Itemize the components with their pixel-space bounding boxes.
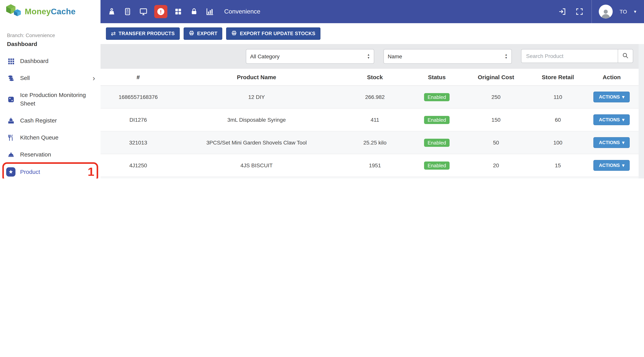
- chevron-down-icon[interactable]: ▾: [634, 9, 636, 14]
- column-header-action: Action: [585, 69, 638, 86]
- caret-down-icon: ▾: [622, 94, 624, 100]
- chevron-right-icon: ›: [92, 74, 95, 82]
- product-status-cell: Enabled: [413, 86, 461, 108]
- product-table-body: 1686557168376 12 DIY 266.982 Enabled 250…: [100, 86, 638, 178]
- status-badge: Enabled: [424, 116, 449, 124]
- sidebar-item-label: Reservation: [20, 150, 51, 159]
- navbar-module-icons: !: [107, 5, 215, 18]
- sidebar-item-label: Product: [20, 168, 40, 176]
- actions-button[interactable]: ACTIONS▾: [594, 137, 630, 148]
- brand-name: MoneyCache: [25, 7, 76, 16]
- sort-by-select[interactable]: Name ▲▼: [384, 49, 512, 64]
- annotation-number-1: 1: [88, 165, 94, 178]
- sidebar-item-kitchen-queue[interactable]: Kitchen Queue: [0, 129, 100, 146]
- actions-button[interactable]: ACTIONS▾: [594, 160, 630, 171]
- product-name: 3PCS/Set Mini Garden Shovels Claw Tool: [176, 131, 337, 154]
- column-header-stock: Stock: [337, 69, 413, 86]
- monitor-icon[interactable]: [138, 6, 148, 17]
- sidebar-item-ice-production[interactable]: Ice Production Monitoring Sheet: [0, 86, 100, 112]
- product-table: # Product Name Stock Status Original Cos…: [100, 69, 638, 178]
- product-store-retail: 15: [531, 154, 585, 177]
- actions-button-label: ACTIONS: [599, 140, 620, 145]
- export-stocks-label: EXPORT FOR UPDATE STOCKS: [240, 31, 316, 36]
- brand-logo[interactable]: MoneyCache: [0, 0, 100, 23]
- actions-button-label: ACTIONS: [599, 163, 620, 168]
- search-icon: [622, 52, 629, 60]
- branch-label: Branch: Convenience: [7, 32, 94, 38]
- sidebar-section-title: Dashboard: [7, 40, 94, 47]
- printer-icon: [189, 30, 194, 37]
- product-status-cell: Enabled: [413, 108, 461, 131]
- actions-button[interactable]: ACTIONS▾: [594, 114, 630, 125]
- category-select[interactable]: All Category ▲▼: [246, 49, 374, 64]
- top-navbar: ! Convenience: [100, 0, 644, 23]
- table-row: DI1276 3mL Disposable Syringe 411 Enable…: [100, 108, 638, 131]
- product-name: 12 DIY: [176, 86, 337, 108]
- select-arrows-icon: ▲▼: [367, 53, 370, 59]
- product-code: 321013: [100, 131, 176, 154]
- sign-in-icon[interactable]: [558, 6, 568, 17]
- navbar-divider: [592, 0, 592, 23]
- product-status-cell: Enabled: [413, 131, 461, 154]
- utensils-icon: [6, 134, 16, 141]
- sidebar-item-label: Kitchen Queue: [20, 133, 58, 142]
- actions-button[interactable]: ACTIONS▾: [594, 92, 630, 102]
- exclamation-icon: !: [157, 8, 164, 15]
- sidebar-item-sell[interactable]: Sell ›: [0, 69, 100, 86]
- product-stock: 411: [337, 108, 413, 131]
- product-store-retail: 60: [531, 108, 585, 131]
- sidebar-menu: Dashboard Sell › Ice Production Monitori…: [0, 52, 100, 178]
- product-action-cell: ACTIONS▾: [585, 154, 638, 177]
- transfer-products-button[interactable]: ⇄ TRANSFER PRODUCTS: [106, 27, 180, 40]
- product-code: N/A: [100, 177, 176, 178]
- dashboard-grid-icon: [6, 57, 16, 65]
- table-row: 1686557168376 12 DIY 266.982 Enabled 250…: [100, 86, 638, 108]
- modules-grid-icon[interactable]: [173, 6, 183, 17]
- product-status-cell: Enabled: [413, 154, 461, 177]
- product-store-retail: 110: [531, 86, 585, 108]
- sidebar-item-dashboard[interactable]: Dashboard: [0, 52, 100, 69]
- caret-down-icon: ▾: [622, 163, 624, 168]
- alert-module-icon[interactable]: !: [154, 5, 168, 18]
- sidebar-item-product[interactable]: Product 1: [0, 163, 100, 178]
- sidebar-item-cash-register[interactable]: Cash Register: [0, 112, 100, 129]
- product-stock: 25.25 kilo: [337, 131, 413, 154]
- product-status-cell: Enabled: [413, 177, 461, 178]
- export-button[interactable]: EXPORT: [184, 27, 222, 40]
- caret-down-icon: ▾: [622, 117, 624, 122]
- product-stock: 266.982: [337, 86, 413, 108]
- product-icon: [6, 167, 16, 177]
- table-row: 321013 3PCS/Set Mini Garden Shovels Claw…: [100, 131, 638, 154]
- app-root: MoneyCache Branch: Convenience Dashboard…: [0, 0, 644, 178]
- product-action-cell: ACTIONS▾: [585, 86, 638, 108]
- annotation-box-1: [2, 162, 98, 178]
- export-for-update-stocks-button[interactable]: EXPORT FOR UPDATE STOCKS: [226, 27, 320, 40]
- column-header-status: Status: [413, 69, 461, 86]
- product-stock: 5308: [337, 177, 413, 178]
- status-badge: Enabled: [424, 161, 449, 169]
- caret-down-icon: ▾: [622, 140, 624, 145]
- cash-register-icon: [6, 117, 16, 124]
- product-original-cost: 20: [461, 154, 531, 177]
- content-area: All Category ▲▼ Name ▲▼: [100, 44, 644, 178]
- search-input[interactable]: [521, 49, 618, 63]
- user-initials[interactable]: TO: [620, 8, 627, 15]
- table-row: 4J1250 4JS BISCUIT 1951 Enabled 20 15 AC…: [100, 154, 638, 177]
- column-header-original-cost: Original Cost: [461, 69, 531, 86]
- product-original-cost: 250: [461, 86, 531, 108]
- user-avatar[interactable]: [599, 5, 613, 18]
- actions-button-label: ACTIONS: [599, 117, 620, 122]
- coins-icon: [6, 74, 16, 82]
- sidebar-item-reservation[interactable]: Reservation: [0, 146, 100, 163]
- calculator-icon[interactable]: [122, 6, 132, 17]
- main-area: ! Convenience: [100, 0, 644, 178]
- column-header-code: #: [100, 69, 176, 86]
- transfer-arrows-icon: ⇄: [111, 30, 116, 37]
- lock-icon[interactable]: [189, 6, 199, 17]
- chart-icon[interactable]: [205, 6, 215, 17]
- sidebar-item-label: Cash Register: [20, 116, 57, 125]
- product-action-cell: ACTIONS▾: [585, 177, 638, 178]
- pos-scale-icon[interactable]: [107, 6, 117, 17]
- search-button[interactable]: [618, 49, 633, 63]
- fullscreen-icon[interactable]: [574, 6, 584, 17]
